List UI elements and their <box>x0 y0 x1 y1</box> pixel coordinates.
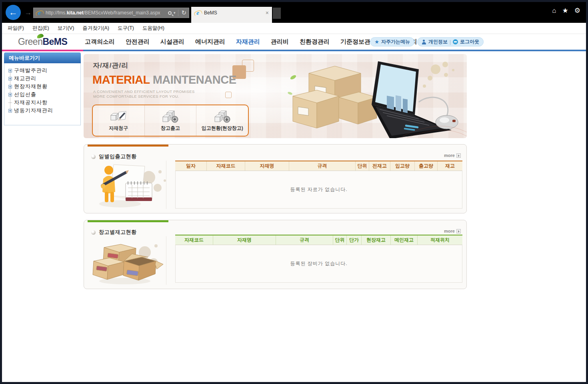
address-bar[interactable]: e http://fms.kita.net/BEMScxWeb/frameset… <box>33 8 189 18</box>
caret-down-icon[interactable]: ▾ <box>174 11 176 15</box>
menu-edit[interactable]: 편집(E) <box>32 25 49 32</box>
browser-chrome: ← → e http://fms.kita.net/BEMScxWeb/fram… <box>2 2 586 23</box>
more-arrow-icon <box>456 153 461 158</box>
refresh-icon[interactable]: ↻ <box>181 9 186 16</box>
sidebar-item-purchase-order[interactable]: 구매발주관리 <box>8 66 79 74</box>
col-header: 규격 <box>289 161 356 171</box>
banner-title-en: MATERIAL MAINTENANCE <box>92 73 236 86</box>
expand-icon[interactable] <box>8 69 12 72</box>
divider <box>178 10 178 16</box>
logout-button[interactable]: 로그아웃 <box>460 38 479 45</box>
browser-tab[interactable]: e BeMS × <box>191 7 272 23</box>
table-empty-body: 등록된 장비가 없습니다. <box>175 245 462 283</box>
more-link-daily-inout[interactable]: more <box>444 153 461 158</box>
divider: | <box>450 39 451 45</box>
logo[interactable]: GreenBeMS <box>18 36 67 47</box>
col-header: 메인재고 <box>391 235 418 245</box>
tab-title: BeMS <box>204 10 266 16</box>
tab-close-icon[interactable]: × <box>266 10 269 16</box>
col-header: 단위 <box>333 235 347 245</box>
expand-icon[interactable] <box>8 85 12 88</box>
expand-icon[interactable] <box>8 93 12 97</box>
menu-bar: 파일(F) 편집(E) 보기(V) 즐겨찾기(A) 도구(T) 도움말(H) <box>2 23 586 34</box>
favorite-menu-button[interactable]: ★ 자주가는메뉴 <box>370 37 414 46</box>
table-empty-body: 등록된 자료가 없습니다. <box>175 171 462 209</box>
expand-icon[interactable] <box>8 109 12 113</box>
nav-item-fees[interactable]: 관리비 <box>271 38 289 46</box>
banner-subtitle: A CONVENIENT AND EFFICIENT LAYOUT PROMIS… <box>93 89 195 99</box>
back-icon: ← <box>9 7 18 18</box>
forward-button[interactable]: → <box>24 8 32 17</box>
col-header: 자재명 <box>213 235 276 245</box>
warehouse-stock-table: 자재코드 자재명 규격 단위 단가 현장재고 메인재고 적재위치 등록된 장비가… <box>175 235 462 283</box>
menu-favorites[interactable]: 즐겨찾기(A) <box>82 25 109 32</box>
favorites-star-icon[interactable]: ★ <box>562 7 568 14</box>
url-text: http://fms.kita.net/BEMScxWeb/frameset_m… <box>46 10 166 16</box>
table-header-row: 자재코드 자재명 규격 단위 단가 현장재고 메인재고 적재위치 <box>175 235 462 245</box>
section-title: 창고별재고현황 <box>99 229 137 236</box>
daily-inout-table: 일자 자재코드 자재명 규격 단위 전재고 입고량 출고량 재고 등록된 자료가… <box>175 161 462 209</box>
back-button[interactable]: ← <box>6 5 21 20</box>
sidebar-item-site-material[interactable]: 현장자재현황 <box>8 82 79 90</box>
bullet-icon <box>91 155 96 159</box>
utility-links: ★ 자주가는메뉴 개인정보 | 로그아웃 <box>370 37 484 46</box>
menu-file[interactable]: 파일(F) <box>8 25 24 32</box>
sidebar-item-inventory[interactable]: 재고관리 <box>8 74 79 82</box>
quick-button-material-request[interactable]: 자재청구 <box>93 105 145 136</box>
site-header: GreenBeMS 고객의소리 안전관리 시설관리 에너지관리 자재관리 관리비… <box>2 34 586 50</box>
sidebar-item-material-notice[interactable]: 자재공지사항 <box>8 99 79 107</box>
new-tab-button[interactable] <box>273 8 281 19</box>
col-header: 자재코드 <box>207 161 245 171</box>
sidebar-item-fifo[interactable]: 선입선출 <box>8 90 79 99</box>
quick-button-warehouse-release[interactable]: 창고출고 <box>145 105 197 136</box>
empty-message: 등록된 자료가 없습니다. <box>290 186 347 193</box>
logout-icon <box>453 39 458 44</box>
material-request-icon <box>109 110 128 123</box>
col-header: 출고량 <box>415 161 438 171</box>
col-header: 단가 <box>347 235 362 245</box>
col-header: 일자 <box>175 161 207 171</box>
menu-view[interactable]: 보기(V) <box>58 25 74 32</box>
col-header: 입고량 <box>390 161 415 171</box>
nav-item-voice[interactable]: 고객의소리 <box>85 38 115 46</box>
menu-help[interactable]: 도움말(H) <box>142 25 164 32</box>
nav-item-eco[interactable]: 친환경관리 <box>300 38 330 46</box>
quick-button-receiving-status[interactable]: 입고현황(현장창고) <box>196 105 248 136</box>
empty-message: 등록된 장비가 없습니다. <box>290 260 347 267</box>
more-arrow-icon <box>456 229 461 233</box>
search-icon[interactable] <box>168 11 172 15</box>
col-header: 적재위치 <box>418 235 462 245</box>
nav-item-facility[interactable]: 시설관리 <box>160 38 184 46</box>
main-nav: 고객의소리 안전관리 시설관리 에너지관리 자재관리 관리비 친환경관리 기준정… <box>85 34 417 50</box>
personal-info-button[interactable]: 개인정보 <box>428 38 448 45</box>
home-icon[interactable]: ⌂ <box>552 7 556 14</box>
menu-tools[interactable]: 도구(T) <box>118 25 134 32</box>
person-icon <box>422 40 426 44</box>
section-warehouse-stock: 창고별재고현황 more <box>84 220 467 289</box>
star-icon: ★ <box>374 39 379 45</box>
banner-title-kr: 자/재/관/리 <box>93 61 128 70</box>
accent-bar <box>88 145 168 147</box>
person-calendar-illustration <box>89 161 169 209</box>
sidebar-title: 메뉴바로가기 <box>4 52 81 63</box>
expand-icon[interactable] <box>8 77 12 80</box>
col-header: 규격 <box>276 235 333 245</box>
browser-window: ← → e http://fms.kita.net/BEMScxWeb/fram… <box>0 0 588 384</box>
more-link-warehouse-stock[interactable]: more <box>444 229 461 233</box>
col-header: 현장재고 <box>362 235 391 245</box>
col-header: 단위 <box>356 161 369 171</box>
col-header: 전재고 <box>369 161 390 171</box>
table-header-row: 일자 자재코드 자재명 규격 단위 전재고 입고량 출고량 재고 <box>175 161 462 171</box>
receiving-status-icon <box>213 110 232 123</box>
header-divider <box>2 50 586 51</box>
settings-gear-icon[interactable]: ⚙ <box>574 7 580 14</box>
col-header: 자재코드 <box>175 235 213 245</box>
nav-item-energy[interactable]: 에너지관리 <box>195 38 225 46</box>
tree-dash <box>8 103 12 103</box>
ie-icon: e <box>194 10 201 16</box>
quick-menu: 자재청구 창고출고 <box>92 105 249 137</box>
nav-item-safety[interactable]: 안전관리 <box>126 38 150 46</box>
nav-item-material[interactable]: 자재관리 <box>236 38 260 46</box>
ie-icon: e <box>36 10 43 16</box>
sidebar-item-freezer-material[interactable]: 냉동기자재관리 <box>8 107 79 115</box>
